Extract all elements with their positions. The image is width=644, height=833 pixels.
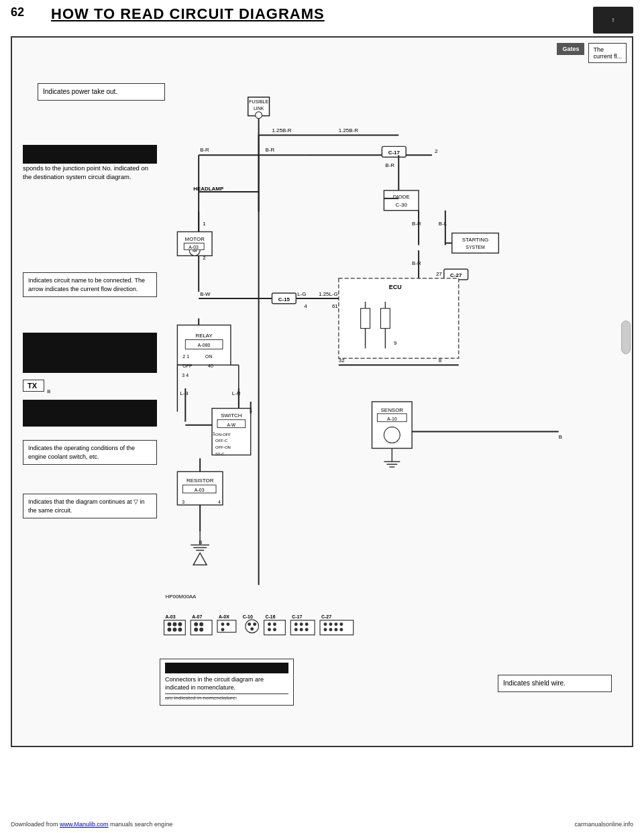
svg-text:A-0X: A-0X bbox=[219, 614, 229, 619]
svg-text:C-27: C-27 bbox=[321, 614, 331, 619]
svg-point-158 bbox=[300, 622, 303, 626]
svg-text:C-17: C-17 bbox=[388, 150, 400, 156]
svg-point-130 bbox=[167, 628, 171, 632]
svg-text:ST-C: ST-C bbox=[215, 452, 225, 456]
svg-point-141 bbox=[221, 622, 224, 626]
black-box-top bbox=[23, 145, 157, 164]
gates-badge: Gates bbox=[557, 43, 584, 55]
svg-text:A-080: A-080 bbox=[198, 343, 211, 347]
black-box-middle bbox=[23, 333, 157, 373]
svg-text:B-R: B-R bbox=[385, 162, 394, 168]
svg-point-169 bbox=[323, 628, 327, 631]
svg-point-131 bbox=[172, 628, 176, 632]
svg-text:2 1: 2 1 bbox=[182, 354, 189, 359]
svg-text:A-03: A-03 bbox=[189, 245, 199, 249]
svg-point-167 bbox=[334, 622, 337, 626]
svg-text:A-03: A-03 bbox=[195, 488, 205, 492]
svg-text:C-16: C-16 bbox=[266, 614, 276, 619]
lines-icon: ≡ bbox=[47, 388, 51, 395]
footer-site: carmanualsonline.info bbox=[574, 821, 633, 828]
svg-point-145 bbox=[246, 620, 259, 633]
svg-text:C-17: C-17 bbox=[292, 614, 302, 619]
svg-point-151 bbox=[268, 622, 271, 626]
svg-text:3  4: 3 4 bbox=[182, 373, 189, 378]
svg-point-129 bbox=[178, 622, 182, 626]
callout-power-take-out: Indicates power take out. bbox=[38, 83, 165, 101]
svg-rect-57 bbox=[361, 309, 370, 329]
svg-text:HP00M00AA: HP00M00AA bbox=[166, 594, 197, 600]
svg-point-152 bbox=[273, 622, 276, 626]
top-right-badge: ! bbox=[593, 7, 633, 34]
svg-text:B: B bbox=[559, 434, 562, 440]
svg-point-138 bbox=[199, 628, 203, 632]
svg-text:1: 1 bbox=[213, 431, 215, 436]
svg-point-132 bbox=[178, 628, 182, 632]
footer-link[interactable]: www.Manulib.com bbox=[60, 821, 109, 828]
svg-text:L-R: L-R bbox=[232, 390, 241, 396]
callout-connectors-sub: are indicated in nomenclature. bbox=[165, 693, 288, 702]
callout-operating-conditions: Indicates the operating conditions of th… bbox=[23, 440, 157, 465]
svg-text:L-G: L-G bbox=[297, 291, 306, 297]
svg-text:8: 8 bbox=[439, 357, 442, 364]
svg-point-147 bbox=[253, 622, 256, 626]
svg-text:STARTING: STARTING bbox=[462, 237, 488, 243]
svg-text:ON: ON bbox=[205, 354, 212, 359]
svg-text:A-07: A-07 bbox=[192, 614, 202, 619]
svg-text:9: 9 bbox=[394, 340, 397, 346]
svg-text:B-L: B-L bbox=[439, 221, 447, 227]
svg-point-159 bbox=[305, 622, 309, 626]
callout-junction-text: sponds to the junction point No. indicat… bbox=[23, 164, 148, 180]
callout-operating-text: Indicates the operating conditions of th… bbox=[28, 445, 135, 460]
svg-point-128 bbox=[172, 622, 176, 626]
svg-point-127 bbox=[167, 622, 171, 626]
svg-point-143 bbox=[221, 628, 224, 631]
page-header: 62 HOW TO READ CIRCUIT DIAGRAMS bbox=[0, 0, 644, 25]
svg-text:B-R: B-R bbox=[412, 260, 421, 266]
svg-text:FUSIBLE: FUSIBLE bbox=[249, 99, 268, 104]
scrollbar-thumb[interactable] bbox=[621, 321, 631, 354]
page-title: HOW TO READ CIRCUIT DIAGRAMS bbox=[51, 5, 325, 23]
svg-text:C-10: C-10 bbox=[243, 614, 253, 619]
svg-text:HEADLAMP: HEADLAMP bbox=[193, 186, 224, 192]
svg-text:B-R: B-R bbox=[200, 147, 209, 153]
svg-text:1: 1 bbox=[203, 221, 206, 227]
callout-connectors-text: Connectors in the circuit diagram are in… bbox=[165, 676, 264, 691]
svg-point-166 bbox=[329, 622, 332, 626]
svg-text:C-27: C-27 bbox=[450, 272, 462, 278]
svg-text:C-15: C-15 bbox=[278, 296, 290, 302]
svg-rect-140 bbox=[217, 620, 236, 632]
callout-connectors: Connectors in the circuit diagram are in… bbox=[160, 659, 294, 706]
black-box-lower bbox=[23, 400, 157, 427]
callout-continues-text: Indicates that the diagram continues at … bbox=[28, 498, 145, 514]
svg-text:40: 40 bbox=[208, 364, 213, 368]
svg-text:B-R: B-R bbox=[412, 221, 421, 227]
svg-point-100 bbox=[384, 427, 400, 443]
svg-text:OFF-C: OFF-C bbox=[215, 439, 228, 443]
svg-point-172 bbox=[339, 628, 343, 631]
svg-point-153 bbox=[268, 628, 271, 631]
callout-diagram-continues: Indicates that the diagram continues at … bbox=[23, 494, 157, 518]
svg-rect-164 bbox=[320, 620, 354, 635]
svg-text:1.25B-R: 1.25B-R bbox=[339, 127, 358, 133]
tx-label: TX bbox=[23, 380, 44, 392]
svg-marker-123 bbox=[193, 553, 207, 565]
svg-point-137 bbox=[194, 628, 198, 632]
svg-text:L-B: L-B bbox=[180, 390, 188, 396]
svg-text:LINK: LINK bbox=[254, 106, 264, 111]
svg-text:4: 4 bbox=[304, 303, 307, 309]
svg-text:OFF: OFF bbox=[182, 364, 192, 368]
footer-download-text: Downloaded from www.Manulib.com manuals … bbox=[11, 821, 172, 828]
svg-text:61: 61 bbox=[332, 303, 338, 309]
svg-text:1.25L-G: 1.25L-G bbox=[319, 291, 338, 297]
svg-text:MOTOR: MOTOR bbox=[185, 236, 205, 242]
svg-point-168 bbox=[339, 622, 343, 626]
current-flow-note: Thecurrent fl... bbox=[588, 43, 627, 63]
svg-text:SWITCH: SWITCH bbox=[221, 412, 242, 419]
svg-text:RESISTOR: RESISTOR bbox=[186, 478, 214, 484]
svg-text:B-R: B-R bbox=[266, 147, 275, 153]
svg-point-165 bbox=[323, 622, 327, 626]
page-footer: Downloaded from www.Manulib.com manuals … bbox=[0, 821, 644, 828]
callout-connected-arrow: Indicates circuit name to be connected. … bbox=[23, 272, 157, 297]
callout-shield-wire: Indicates shield wire. bbox=[498, 675, 612, 692]
svg-text:ECU: ECU bbox=[389, 284, 402, 290]
